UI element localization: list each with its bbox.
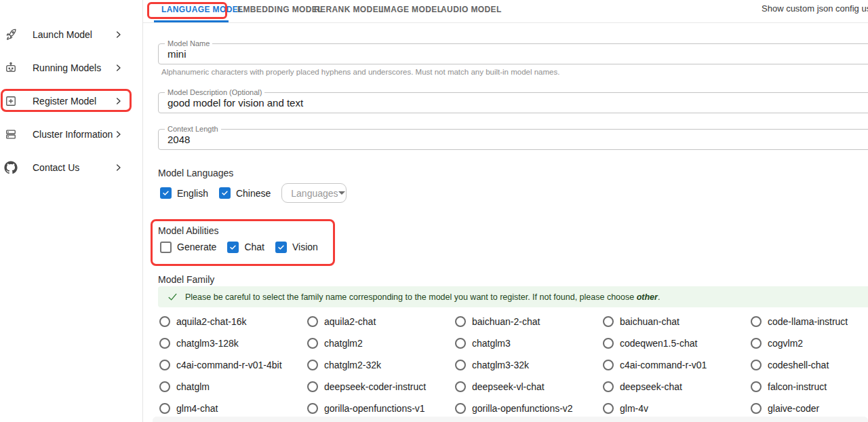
tab-audio-model[interactable]: AUDIO MODEL [441, 5, 502, 14]
radio-button[interactable] [751, 338, 762, 349]
bottom-panel-edge [153, 417, 868, 422]
radio-button[interactable] [455, 381, 466, 392]
ability-option[interactable]: Generate [160, 242, 216, 253]
model-family-option[interactable]: codeqwen1.5-chat [603, 332, 751, 354]
radio-label: chatglm2-32k [324, 360, 381, 370]
tab-language-model[interactable]: LANGUAGE MODEL [161, 5, 243, 14]
context-length-label: Context Length [165, 125, 221, 134]
radio-button[interactable] [307, 316, 318, 327]
tab-image-model[interactable]: IMAGE MODEL [381, 5, 442, 14]
register-model-page: Launch Model Running Models [0, 0, 868, 422]
radio-label: glaive-coder [768, 403, 819, 414]
sidebar-item-running-models[interactable]: Running Models [0, 51, 136, 84]
chevron-right-icon [113, 96, 123, 106]
model-family-option[interactable]: c4ai-command-r-v01-4bit [159, 354, 307, 376]
ability-option[interactable]: Vision [275, 242, 318, 253]
radio-button[interactable] [603, 316, 614, 327]
radio-label: falcon-instruct [768, 381, 827, 392]
radio-button[interactable] [603, 381, 614, 392]
sidebar-item-launch-model[interactable]: Launch Model [0, 18, 136, 51]
radio-label: codeqwen1.5-chat [620, 338, 697, 349]
model-abilities-heading: Model Abilities [158, 225, 219, 236]
chevron-right-icon [113, 129, 123, 139]
alert-text-emphasis: other [637, 292, 658, 302]
model-description-input[interactable] [159, 93, 868, 113]
model-family-option[interactable]: chatglm3-32k [455, 354, 603, 376]
radio-button[interactable] [455, 360, 466, 370]
sidebar-item-register-model[interactable]: Register Model [0, 84, 136, 117]
model-family-option[interactable]: chatglm [159, 376, 307, 398]
languages-select[interactable]: Languages [281, 183, 347, 203]
radio-button[interactable] [603, 338, 614, 349]
radio-button[interactable] [307, 381, 318, 392]
checkbox[interactable] [160, 187, 172, 199]
checkbox-label: English [177, 188, 208, 199]
radio-button[interactable] [751, 403, 762, 414]
radio-button[interactable] [159, 316, 170, 327]
radio-button[interactable] [751, 381, 762, 392]
model-family-option[interactable]: chatglm2 [307, 332, 455, 354]
model-name-input[interactable] [159, 44, 868, 64]
radio-button[interactable] [159, 403, 170, 414]
radio-label: aquila2-chat [324, 316, 376, 327]
radio-label: chatglm2 [324, 338, 363, 349]
show-config-link[interactable]: Show custom json config used b [762, 3, 868, 14]
languages-select-value: Languages [291, 188, 338, 199]
model-family-option[interactable]: cogvlm2 [751, 332, 868, 354]
radio-label: deepseek-chat [620, 381, 682, 392]
checkbox[interactable] [160, 242, 172, 253]
model-family-option[interactable]: chatglm3 [455, 332, 603, 354]
radio-button[interactable] [751, 316, 762, 327]
model-name-label: Model Name [165, 39, 212, 48]
checkbox[interactable] [219, 187, 231, 199]
model-family-option[interactable]: chatglm3-128k [159, 332, 307, 354]
model-family-option[interactable]: deepseek-vl-chat [455, 376, 603, 398]
model-family-option[interactable]: baichuan-chat [603, 311, 751, 332]
sidebar-item-cluster-information[interactable]: Cluster Information [0, 117, 136, 151]
radio-label: deepseek-coder-instruct [324, 381, 426, 392]
radio-button[interactable] [159, 360, 170, 370]
radio-label: codeshell-chat [768, 360, 829, 370]
caret-down-icon [338, 191, 345, 195]
radio-button[interactable] [159, 338, 170, 349]
radio-button[interactable] [455, 316, 466, 327]
checkbox-label: Chat [244, 242, 264, 252]
checkbox-label: Chinese [236, 188, 271, 199]
sidebar: Launch Model Running Models [0, 0, 143, 422]
model-family-option[interactable]: chatglm2-32k [307, 354, 455, 376]
radio-label: cogvlm2 [768, 338, 803, 349]
language-option[interactable]: Chinese [219, 187, 271, 199]
model-family-option[interactable]: deepseek-chat [603, 376, 751, 398]
model-family-option[interactable]: aquila2-chat [307, 311, 455, 332]
radio-button[interactable] [455, 403, 466, 414]
checkbox[interactable] [275, 242, 287, 253]
model-family-option[interactable]: aquila2-chat-16k [159, 311, 307, 332]
radio-button[interactable] [751, 360, 762, 370]
ability-option[interactable]: Chat [227, 242, 264, 253]
model-family-option[interactable]: code-llama-instruct [751, 311, 868, 332]
radio-button[interactable] [603, 403, 614, 414]
model-family-option[interactable]: codeshell-chat [751, 354, 868, 376]
radio-button[interactable] [307, 403, 318, 414]
radio-button[interactable] [307, 338, 318, 349]
tab-embedding-model[interactable]: EMBEDDING MODEL [237, 5, 323, 14]
radio-button[interactable] [455, 338, 466, 349]
robot-icon [4, 61, 18, 75]
model-family-option[interactable]: falcon-instruct [751, 376, 868, 398]
cluster-icon [4, 128, 18, 141]
language-option[interactable]: English [160, 187, 208, 199]
model-family-option[interactable]: baichuan-2-chat [455, 311, 603, 332]
model-name-helper-text: Alphanumeric characters with properly pl… [161, 68, 559, 76]
model-family-option[interactable]: deepseek-coder-instruct [307, 376, 455, 398]
model-family-alert: Please be careful to select the family n… [158, 286, 868, 307]
radio-label: code-llama-instruct [768, 316, 848, 327]
radio-button[interactable] [603, 360, 614, 370]
tab-rerank-model[interactable]: RERANK MODEL [314, 5, 384, 14]
model-family-option[interactable]: c4ai-command-r-v01 [603, 354, 751, 376]
model-languages-row: English Chinese Languages [160, 183, 347, 203]
checkbox[interactable] [227, 242, 239, 253]
sidebar-item-contact-us[interactable]: Contact Us [0, 151, 136, 184]
radio-button[interactable] [307, 360, 318, 370]
radio-button[interactable] [159, 381, 170, 392]
context-length-input[interactable] [159, 130, 868, 149]
